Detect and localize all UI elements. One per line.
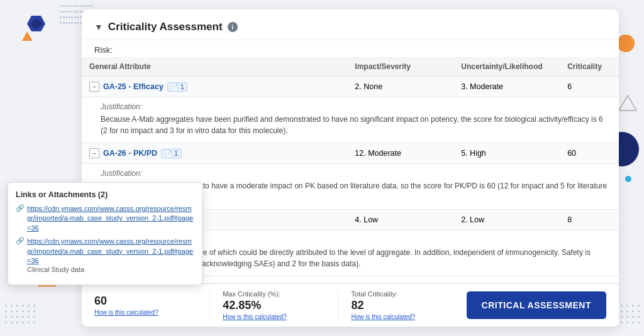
badge-count-0: 1 — [180, 84, 184, 90]
footer-value-2: 42.85% — [223, 299, 338, 312]
justification-cell-0: Justification: Because A-Mab aggregates … — [82, 97, 619, 143]
cell-criticality-1: 60 — [560, 143, 619, 164]
link-label-2: Clinical Study data — [27, 266, 84, 273]
link-icon-2: 🔗 — [16, 237, 25, 245]
blue-dot-mid-decoration — [625, 176, 631, 182]
badge-count-1: 1 — [174, 150, 178, 157]
table-header-row: General Attribute Impact/Severity Uncert… — [82, 57, 619, 77]
popup-link-1[interactable]: 🔗 https://cdn.ymaws.com/www.casss.org/re… — [16, 204, 194, 233]
footer-bar: 60 How is this calculated? Max Criticali… — [82, 283, 619, 327]
links-popup[interactable]: Links or Attachments (2) 🔗 https://cdn.y… — [8, 182, 203, 285]
popup-link-2[interactable]: 🔗 https://cdn.ymaws.com/www.casss.org/re… — [16, 237, 194, 273]
info-icon[interactable]: i — [228, 22, 238, 32]
row-name-1[interactable]: GA-26 - PK/PD — [103, 149, 157, 158]
expand-btn-1[interactable]: − — [89, 148, 99, 158]
justification-label-1: Justification: — [101, 168, 611, 179]
col-criticality: Criticality — [560, 57, 619, 77]
col-impact-severity: Impact/Severity — [347, 57, 453, 77]
footer-calc-3[interactable]: How is this calculated? — [351, 313, 466, 320]
table-row: − GA-25 - Efficacy 📄 1 2. None 3. Modera… — [82, 77, 619, 97]
expand-btn-0[interactable]: − — [89, 82, 99, 92]
cell-impact-0: 2. None — [347, 77, 453, 97]
orange-circle-decoration — [617, 35, 635, 52]
footer-calc-1[interactable]: How is this calculated? — [94, 309, 209, 316]
footer-section-3: Total Criticality: 82 How is this calcul… — [338, 290, 466, 320]
footer-value-3: 82 — [351, 299, 466, 312]
cell-criticality-0: 6 — [560, 77, 619, 97]
collapse-icon[interactable]: ▼ — [94, 22, 103, 32]
cell-impact-1: 12. Moderate — [347, 143, 453, 164]
svg-marker-2 — [22, 31, 33, 41]
popup-title: Links or Attachments (2) — [16, 190, 194, 199]
footer-label-3: Total Criticality: — [351, 290, 466, 298]
link-url-1[interactable]: https://cdn.ymaws.com/www.casss.org/reso… — [27, 204, 194, 233]
col-general-attribute: General Attribute — [82, 57, 347, 77]
cell-attribute-1: − GA-26 - PK/PD 📄 1 — [82, 143, 347, 164]
justification-label-0: Justification: — [101, 101, 611, 112]
table-row: − GA-26 - PK/PD 📄 1 12. Moderate 5. High… — [82, 143, 619, 164]
cell-uncertainty-0: 3. Moderate — [453, 77, 560, 97]
footer-value-1: 60 — [94, 295, 209, 308]
cell-impact-2: 4. Low — [347, 210, 453, 230]
page-title: Criticality Assessment — [108, 21, 223, 33]
card-header: ▼ Criticality Assessment i — [82, 9, 619, 40]
link-icon-1: 🔗 — [16, 204, 25, 212]
footer-section-1: 60 How is this calculated? — [94, 295, 209, 316]
justification-row-0: Justification: Because A-Mab aggregates … — [82, 97, 619, 143]
cell-attribute-0: − GA-25 - Efficacy 📄 1 — [82, 77, 347, 97]
footer-section-2: Max Criticality (%): 42.85% How is this … — [209, 290, 338, 320]
footer-calc-2[interactable]: How is this calculated? — [223, 313, 338, 320]
cell-uncertainty-1: 5. High — [453, 143, 560, 164]
footer-label-2: Max Criticality (%): — [223, 290, 338, 298]
critical-assessment-button[interactable]: CRITICAL ASSESSMENT — [467, 291, 606, 319]
justification-text-0: Because A-Mab aggregates have been purif… — [101, 114, 611, 136]
cell-uncertainty-2: 2. Low — [453, 210, 560, 230]
col-uncertainty: Uncertainty/Likelihood — [453, 57, 560, 77]
risk-label: Risk: — [82, 40, 619, 57]
triangle-outline-right — [618, 93, 638, 116]
badge-icon-1: 📄 — [165, 150, 172, 157]
badge-0[interactable]: 📄 1 — [167, 82, 188, 92]
link-url-2[interactable]: https://cdn.ymaws.com/www.casss.org/reso… — [27, 237, 194, 266]
row-name-0[interactable]: GA-25 - Efficacy — [103, 82, 164, 91]
logo — [19, 13, 57, 50]
cell-criticality-2: 8 — [560, 210, 619, 230]
badge-1[interactable]: 📄 1 — [161, 149, 182, 158]
svg-marker-0 — [619, 95, 636, 111]
badge-icon-0: 📄 — [171, 84, 179, 90]
